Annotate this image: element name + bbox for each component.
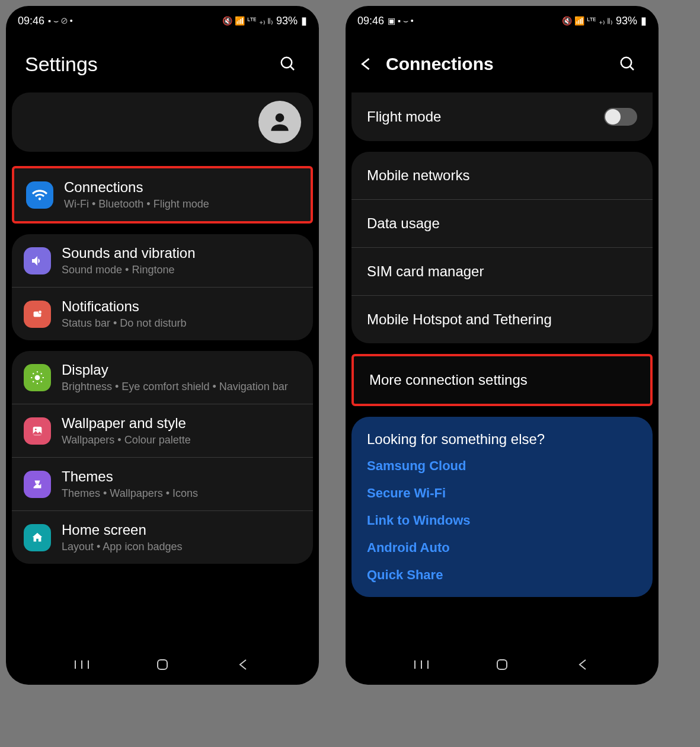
svg-point-20 [621,58,632,68]
row-title: SIM card manager [367,263,484,280]
svg-line-21 [630,66,634,70]
settings-group-sounds: Sounds and vibration Sound mode • Ringto… [12,234,313,340]
svg-rect-19 [158,660,167,669]
row-title: Wallpaper and style [62,415,301,432]
wallpaper-icon [24,417,51,445]
status-battery: 93% [616,15,637,27]
row-title: Themes [62,468,301,485]
row-subtitle: Wi-Fi • Bluetooth • Flight mode [64,198,299,210]
settings-item-themes[interactable]: Themes Themes • Wallpapers • Icons [12,458,313,511]
back-button[interactable] [571,653,594,676]
svg-line-10 [33,373,34,374]
toggle-knob [605,109,621,124]
link-samsung-cloud[interactable]: Samsung Cloud [367,458,637,474]
flight-mode-section: Flight mode [351,92,653,141]
content: Flight mode Mobile networks Data usage S… [346,92,659,644]
settings-item-wallpaper[interactable]: Wallpaper and style Wallpapers • Colour … [12,404,313,458]
notification-icon [24,301,51,328]
home-button[interactable] [490,653,514,676]
navigation-bar [6,644,319,685]
settings-item-notifications[interactable]: Notifications Status bar • Do not distur… [12,288,313,340]
status-bar: 09:46 ▪ ⌣ ⊘ • 🔇 📶 ᴸᵀᴱ ₊₎ ⦀₎ 93% ▮ [6,6,319,36]
svg-point-15 [35,428,37,430]
phone-left: 09:46 ▪ ⌣ ⊘ • 🔇 📶 ᴸᵀᴱ ₊₎ ⦀₎ 93% ▮ Settin… [6,6,319,685]
row-title: Display [62,362,301,378]
flight-mode-toggle[interactable] [604,108,637,126]
row-title: Flight mode [367,108,593,125]
looking-for-card: Looking for something else? Samsung Clou… [351,417,653,597]
link-secure-wifi[interactable]: Secure Wi-Fi [367,486,637,501]
search-button[interactable] [276,52,300,76]
connections-item-hotspot[interactable]: Mobile Hotspot and Tethering [351,296,653,343]
settings-group-display: Display Brightness • Eye comfort shield … [12,351,313,564]
row-subtitle: Sound mode • Ringtone [62,264,301,276]
settings-item-connections[interactable]: Connections Wi-Fi • Bluetooth • Flight m… [12,166,313,224]
connections-item-more-settings[interactable]: More connection settings [351,354,653,406]
connections-item-flight-mode[interactable]: Flight mode [351,92,653,141]
svg-line-13 [41,373,42,374]
sound-icon [24,247,51,274]
phone-right: 09:46 ▣ ▪ ⌣ • 🔇 📶 ᴸᵀᴱ ₊₎ ⦀₎ 93% ▮ Connec… [346,6,659,685]
home-button[interactable] [151,653,174,676]
status-time: 09:46 [18,15,44,27]
row-title: Data usage [367,215,440,232]
settings-item-homescreen[interactable]: Home screen Layout • App icon badges [12,511,313,564]
recents-button[interactable] [410,653,433,676]
header: Connections [346,36,659,92]
profile-card[interactable] [12,92,313,152]
row-subtitle: Layout • App icon badges [62,541,301,553]
row-title: Mobile networks [367,167,469,184]
battery-icon: ▮ [641,14,647,27]
row-subtitle: Wallpapers • Colour palette [62,434,301,446]
back-button[interactable] [231,653,255,676]
status-system-icons: 🔇 📶 ᴸᵀᴱ ₊₎ ⦀₎ [562,16,612,26]
home-icon [24,524,51,551]
row-title: Home screen [62,522,301,538]
svg-line-11 [41,381,42,382]
status-battery: 93% [276,15,298,27]
svg-rect-25 [497,660,507,669]
link-link-to-windows[interactable]: Link to Windows [367,513,637,528]
status-system-icons: 🔇 📶 ᴸᵀᴱ ₊₎ ⦀₎ [222,16,273,26]
status-notification-icons: ▣ ▪ ⌣ • [388,16,414,26]
avatar [258,101,301,143]
display-icon [24,364,51,391]
svg-point-2 [276,113,285,122]
back-button[interactable] [357,56,374,72]
header: Settings [6,36,319,92]
svg-line-12 [33,381,34,382]
connections-item-mobile-networks[interactable]: Mobile networks [351,152,653,200]
svg-point-0 [282,58,292,68]
wifi-icon [26,181,53,209]
battery-icon: ▮ [301,14,307,27]
row-title: Connections [64,179,299,196]
row-subtitle: Brightness • Eye comfort shield • Naviga… [62,381,301,393]
row-title: More connection settings [369,372,528,388]
settings-item-sounds[interactable]: Sounds and vibration Sound mode • Ringto… [12,234,313,288]
status-bar: 09:46 ▣ ▪ ⌣ • 🔇 📶 ᴸᵀᴱ ₊₎ ⦀₎ 93% ▮ [346,6,659,36]
navigation-bar [346,644,659,685]
link-android-auto[interactable]: Android Auto [367,540,637,556]
page-title: Connections [386,54,494,74]
status-time: 09:46 [357,15,384,27]
row-subtitle: Themes • Wallpapers • Icons [62,487,301,500]
svg-point-4 [39,310,42,314]
status-notification-icons: ▪ ⌣ ⊘ • [48,16,73,26]
link-quick-share[interactable]: Quick Share [367,567,637,583]
connections-group-network: Mobile networks Data usage SIM card mana… [351,152,653,343]
row-title: Sounds and vibration [62,245,301,261]
looking-for-title: Looking for something else? [367,431,637,448]
row-title: Mobile Hotspot and Tethering [367,311,552,328]
recents-button[interactable] [70,653,94,676]
row-title: Notifications [62,298,301,315]
svg-point-5 [35,375,40,380]
connections-item-sim-manager[interactable]: SIM card manager [351,248,653,296]
themes-icon [24,471,51,498]
settings-item-display[interactable]: Display Brightness • Eye comfort shield … [12,351,313,404]
row-subtitle: Status bar • Do not disturb [62,317,301,330]
connections-item-data-usage[interactable]: Data usage [351,200,653,248]
search-button[interactable] [616,52,640,76]
page-title: Settings [25,53,98,76]
content: Connections Wi-Fi • Bluetooth • Flight m… [6,92,319,644]
svg-line-1 [290,66,294,70]
